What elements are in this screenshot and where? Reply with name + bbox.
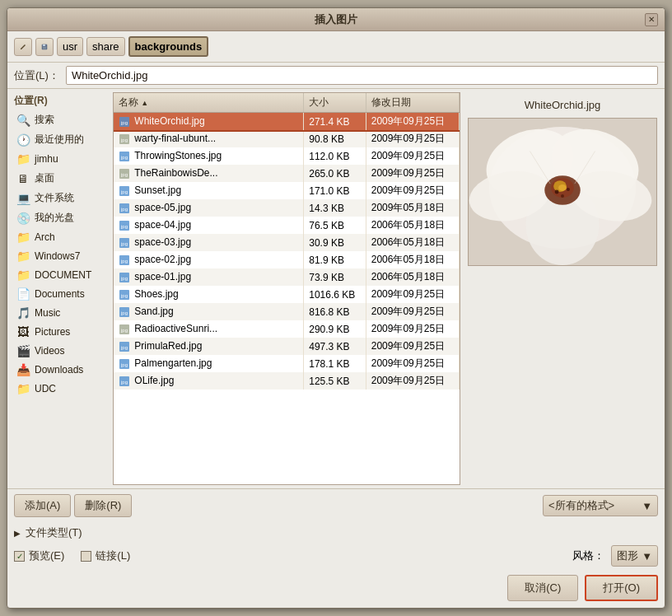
svg-point-50: [561, 194, 564, 198]
preview-checkbox[interactable]: [14, 551, 25, 562]
col-name-header[interactable]: 名称 ▲: [114, 93, 304, 113]
sidebar-item-cdrom[interactable]: 💿 我的光盘: [11, 208, 110, 227]
table-row[interactable]: jpg Sand.jpg 816.8 KB 2009年09月25日: [114, 303, 460, 320]
chevron-down-icon: ▼: [642, 550, 652, 562]
sidebar-item-label: 文件系统: [35, 191, 74, 205]
table-row[interactable]: jpg Sunset.jpg 171.0 KB 2009年09月25日: [114, 182, 460, 199]
sidebar-item-windows7[interactable]: 📁 Windows7: [11, 247, 110, 265]
open-button[interactable]: 打开(O): [585, 575, 658, 601]
svg-text:jpg: jpg: [120, 345, 128, 350]
file-icon: jpg: [119, 133, 130, 145]
bottom-bar: 添加(A) 删除(R) <所有的格式> ▼: [7, 488, 665, 522]
sidebar-item-recent[interactable]: 🕐 最近使用的: [11, 130, 110, 149]
link-checkbox-label[interactable]: 链接(L): [81, 548, 130, 563]
preview-filename: WhiteOrchid.jpg: [525, 99, 600, 111]
sidebar: 位置(R) 🔍 搜索 🕐 最近使用的 📁 jimhu 🖥 桌面 💻 文件系统: [11, 92, 110, 485]
file-icon: jpg: [119, 116, 130, 128]
udc-icon: 📁: [16, 382, 30, 395]
pencil-button[interactable]: [14, 38, 32, 56]
filetype-label: 文件类型(T): [26, 525, 82, 540]
breadcrumb-share[interactable]: share: [86, 37, 125, 56]
table-row[interactable]: jpg space-02.jpg 81.9 KB 2006年05月18日: [114, 251, 460, 268]
sidebar-item-filesystem[interactable]: 💻 文件系统: [11, 189, 110, 208]
sidebar-item-udc[interactable]: 📁 UDC: [11, 380, 110, 398]
file-list-panel: 名称 ▲ 大小 修改日期 jpg WhiteOrchid.jpg: [113, 92, 460, 485]
file-icon: jpg: [119, 358, 130, 370]
breadcrumb-backgrounds[interactable]: backgrounds: [128, 36, 209, 57]
documents-icon: 📄: [16, 287, 30, 301]
link-label: 链接(L): [96, 548, 130, 563]
chevron-down-icon: ▼: [642, 500, 652, 512]
svg-text:jpg: jpg: [120, 362, 128, 367]
breadcrumb-usr[interactable]: usr: [57, 37, 83, 56]
location-input[interactable]: [66, 66, 658, 85]
table-row[interactable]: jpg TheRainbowisDe... 265.0 KB 2009年09月2…: [114, 165, 460, 182]
sidebar-item-arch[interactable]: 📁 Arch: [11, 228, 110, 246]
file-scroll[interactable]: jpg WhiteOrchid.jpg 271.4 KB 2009年09月25日…: [114, 113, 460, 484]
sidebar-item-downloads[interactable]: 📥 Downloads: [11, 361, 110, 379]
sidebar-item-label: Music: [35, 307, 60, 319]
downloads-icon: 📥: [16, 363, 30, 376]
action-buttons: 取消(C) 打开(O): [7, 570, 665, 608]
music-icon: 🎵: [16, 306, 30, 320]
file-icon: jpg: [119, 220, 130, 231]
table-row[interactable]: jpg OLife.jpg 125.5 KB 2009年09月25日: [114, 372, 460, 390]
link-checkbox[interactable]: [81, 551, 91, 562]
remove-button[interactable]: 删除(R): [74, 494, 132, 517]
svg-text:jpg: jpg: [120, 276, 128, 281]
sidebar-item-videos[interactable]: 🎬 Videos: [11, 342, 110, 360]
file-icon: jpg: [119, 341, 130, 352]
svg-text:jpg: jpg: [120, 138, 128, 142]
search-icon: 🔍: [16, 114, 30, 127]
toolbar: usr share backgrounds: [7, 31, 665, 63]
style-select[interactable]: 图形 ▼: [611, 545, 658, 567]
svg-rect-1: [43, 44, 45, 46]
sidebar-item-music[interactable]: 🎵 Music: [11, 304, 110, 322]
triangle-icon: ▶: [14, 529, 21, 538]
sidebar-item-search[interactable]: 🔍 搜索: [11, 110, 110, 129]
sidebar-item-label: DOCUMENT: [35, 269, 91, 281]
file-icon: jpg: [119, 289, 130, 301]
table-row[interactable]: jpg space-04.jpg 76.5 KB 2006年05月18日: [114, 217, 460, 234]
main-content: 位置(R) 🔍 搜索 🕐 最近使用的 📁 jimhu 🖥 桌面 💻 文件系统: [7, 89, 665, 488]
svg-text:jpg: jpg: [120, 310, 128, 315]
table-row[interactable]: jpg ThrowingStones.jpg 112.0 KB 2009年09月…: [114, 147, 460, 165]
sidebar-item-label: Documents: [35, 288, 85, 300]
add-button[interactable]: 添加(A): [14, 494, 71, 517]
preview-label: 预览(E): [29, 548, 64, 563]
col-date-header[interactable]: 修改日期: [366, 93, 459, 113]
preview-panel: WhiteOrchid.jpg: [464, 92, 661, 485]
table-row[interactable]: jpg RadioactiveSunri... 290.9 KB 2009年09…: [114, 320, 460, 338]
sidebar-item-document[interactable]: 📁 DOCUMENT: [11, 266, 110, 284]
table-row[interactable]: jpg WhiteOrchid.jpg 271.4 KB 2009年09月25日: [114, 113, 460, 130]
sidebar-item-documents[interactable]: 📄 Documents: [11, 285, 110, 303]
sidebar-label: 位置(R): [11, 92, 110, 110]
titlebar: 插入图片 ✕: [7, 8, 665, 31]
table-row[interactable]: jpg space-01.jpg 73.9 KB 2006年05月18日: [114, 268, 460, 286]
svg-text:jpg: jpg: [120, 293, 128, 298]
disk-button[interactable]: [35, 38, 54, 56]
sidebar-item-desktop[interactable]: 🖥 桌面: [11, 169, 110, 188]
table-row[interactable]: jpg Palmengarten.jpg 178.1 KB 2009年09月25…: [114, 355, 460, 372]
videos-icon: 🎬: [16, 344, 30, 357]
sidebar-item-label: Arch: [35, 231, 55, 243]
table-row[interactable]: jpg warty-final-ubunt... 90.8 KB 2009年09…: [114, 130, 460, 147]
sidebar-item-jimhu[interactable]: 📁 jimhu: [11, 150, 110, 168]
table-row[interactable]: jpg PrimulaRed.jpg 497.3 KB 2009年09月25日: [114, 338, 460, 355]
cdrom-icon: 💿: [16, 212, 30, 225]
format-select-row: <所有的格式> ▼: [138, 495, 658, 516]
preview-checkbox-label[interactable]: 预览(E): [14, 548, 64, 563]
close-button[interactable]: ✕: [645, 13, 658, 26]
sidebar-item-pictures[interactable]: 🖼 Pictures: [11, 323, 110, 341]
sidebar-item-label: Downloads: [35, 364, 83, 376]
cancel-button[interactable]: 取消(C): [507, 575, 578, 601]
table-row[interactable]: jpg space-03.jpg 30.9 KB 2006年05月18日: [114, 234, 460, 251]
col-size-header[interactable]: 大小: [304, 93, 366, 113]
table-row[interactable]: jpg Shoes.jpg 1016.6 KB 2009年09月25日: [114, 286, 460, 303]
svg-text:jpg: jpg: [120, 380, 128, 385]
dialog-title: 插入图片: [27, 12, 645, 27]
format-select[interactable]: <所有的格式> ▼: [543, 495, 658, 516]
table-row[interactable]: jpg space-05.jpg 14.3 KB 2009年05月18日: [114, 199, 460, 217]
preview-image: [468, 118, 657, 266]
file-icon: jpg: [119, 376, 130, 387]
